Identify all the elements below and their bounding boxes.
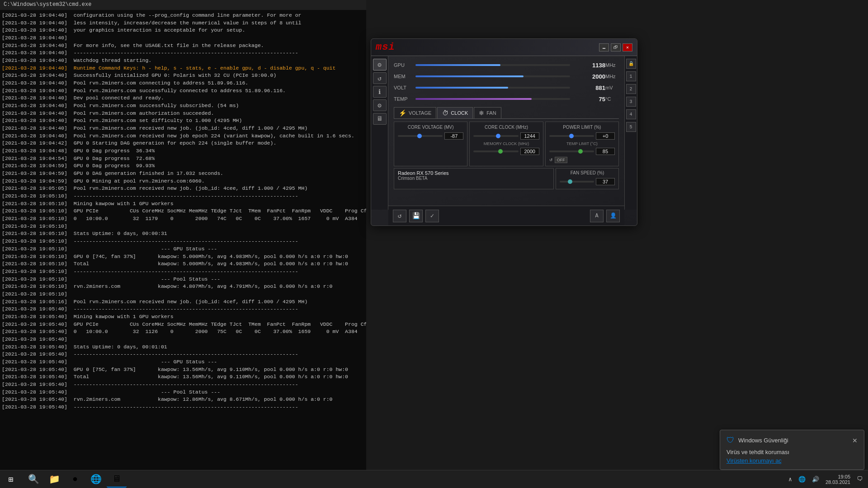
msi-controls-grid: CORE VOLTAGE (MV) CORE CLOCK (MHz) MEMOR… bbox=[394, 122, 619, 166]
taskbar-app-icon-cmd: 🖥 bbox=[112, 474, 121, 484]
msi-slider-track-volt[interactable] bbox=[415, 87, 570, 89]
msi-tab-icon-fan: ❄ bbox=[479, 109, 484, 117]
cmd-line: [2021-03-28 19:04:40] Pool rvn.2miners.c… bbox=[2, 80, 364, 87]
cmd-line: [2021-03-28 19:04:40] Successfully initi… bbox=[2, 72, 364, 80]
msi-slider-row-mem: MEM 2000 MHz bbox=[394, 72, 619, 81]
cmd-line: [2021-03-28 19:04:40] Runtime Command Ke… bbox=[2, 65, 364, 72]
msi-fan-speed-box: FAN SPEED (%) bbox=[556, 168, 619, 189]
msi-control-col-1: CORE CLOCK (MHz) MEMORY CLOCK (MHz) bbox=[469, 122, 543, 166]
msi-control-input-1[interactable] bbox=[520, 132, 539, 140]
tray-clock[interactable]: 19:05 28.03.2021 bbox=[824, 474, 852, 485]
msi-reset-button[interactable]: ↺ bbox=[393, 210, 406, 222]
cmd-line: [2021-03-28 19:05:10] 0 10:00.0 32 1179 … bbox=[2, 215, 364, 223]
msi-gpu-info: Radeon RX 570 Series Crimson BETA FAN SP… bbox=[394, 168, 619, 189]
msi-fan-speed-track[interactable] bbox=[560, 181, 594, 183]
msi-right-icon-6[interactable]: 5 bbox=[626, 122, 636, 132]
cmd-line: [2021-03-28 19:04:40] Pool rvn.2miners.c… bbox=[2, 125, 364, 132]
msi-sidebar-hardware-icon[interactable]: ⚙ bbox=[373, 59, 387, 70]
msi-tab-icon-clock: ⏱ bbox=[442, 109, 448, 117]
msi-control-second-track-1[interactable] bbox=[473, 150, 518, 152]
msi-slider-unit-mem: MHz bbox=[605, 74, 619, 79]
msi-control-input-2[interactable] bbox=[596, 132, 615, 140]
cmd-line: [2021-03-28 19:05:10] ------------------… bbox=[2, 268, 364, 276]
msi-control-second-track-2[interactable] bbox=[549, 150, 594, 152]
msi-control-second-row-2 bbox=[549, 148, 615, 155]
msi-tab-fan[interactable]: ❄ FAN bbox=[474, 107, 501, 118]
msi-sidebar-info-icon[interactable]: ℹ bbox=[373, 86, 387, 98]
cmd-line: [2021-03-28 19:04:40] ------------------… bbox=[2, 49, 364, 57]
taskbar-app-search[interactable]: 🔍 bbox=[24, 471, 43, 488]
cmd-line: [2021-03-28 19:05:40] ------------------… bbox=[2, 404, 364, 411]
msi-fan-speed-input[interactable] bbox=[596, 178, 615, 185]
cmd-line: [2021-03-28 19:04:40] Watchdog thread st… bbox=[2, 57, 364, 65]
msi-off-icon: ↺ bbox=[549, 158, 553, 162]
cmd-line: [2021-03-28 19:05:10] Stats Uptime: 0 da… bbox=[2, 230, 364, 238]
msi-slider-fill-volt bbox=[415, 87, 508, 89]
msi-control-title-0: CORE VOLTAGE (MV) bbox=[398, 125, 463, 130]
msi-slider-track-mem[interactable] bbox=[415, 75, 570, 77]
msi-control-input-0[interactable] bbox=[444, 132, 463, 140]
msi-minimize-button[interactable]: 🗕 bbox=[599, 43, 609, 52]
msi-profile-person-button[interactable]: 👤 bbox=[606, 210, 620, 222]
msi-sidebar-monitor-icon[interactable]: 🖥 bbox=[373, 113, 387, 125]
cmd-line: [2021-03-28 19:04:40] Pool rvn.2miners.c… bbox=[2, 132, 364, 140]
msi-fan-speed-row bbox=[560, 178, 615, 185]
tray-network-icon[interactable]: 🌐 bbox=[797, 475, 807, 484]
msi-main-panel: GPU 1138 MHz MEM 2000 MHz VOLT 881 mV TE… bbox=[388, 56, 624, 225]
msi-slider-row-gpu: GPU 1138 MHz bbox=[394, 61, 619, 70]
cmd-line: [2021-03-28 19:04:40] your graphics inte… bbox=[2, 27, 364, 34]
msi-control-track-2[interactable] bbox=[549, 135, 594, 137]
tray-notification-icon[interactable]: 🗨 bbox=[855, 475, 864, 483]
msi-tab-voltage[interactable]: ⚡ VOLTAGE bbox=[394, 107, 436, 118]
tray-chevron-icon[interactable]: ∧ bbox=[787, 475, 794, 484]
msi-control-sublabel-1: MEMORY CLOCK (MHz) bbox=[473, 141, 539, 146]
msi-control-main-row-0 bbox=[398, 132, 463, 140]
msi-control-second-thumb-2 bbox=[578, 149, 583, 154]
msi-slider-fill-gpu bbox=[415, 64, 500, 66]
msi-sliders-section: GPU 1138 MHz MEM 2000 MHz VOLT 881 mV TE… bbox=[394, 61, 619, 103]
msi-sidebar-return-icon[interactable]: ↺ bbox=[373, 72, 387, 84]
msi-right-icon-3[interactable]: 2 bbox=[626, 84, 636, 94]
msi-tab-icon-voltage: ⚡ bbox=[399, 109, 406, 117]
msi-slider-track-temp[interactable] bbox=[415, 98, 570, 100]
msi-sidebar-settings-icon[interactable]: ⚙ bbox=[373, 99, 387, 111]
taskbar-app-chrome[interactable]: ● bbox=[65, 471, 85, 488]
msi-tab-label-clock: CLOCK bbox=[451, 110, 468, 116]
msi-slider-unit-volt: mV bbox=[605, 85, 619, 90]
msi-close-button[interactable]: ✕ bbox=[623, 43, 632, 52]
msi-apply-button[interactable]: ✓ bbox=[425, 210, 439, 222]
cmd-line: [2021-03-28 19:04:59] GPU 0 Dag progress… bbox=[2, 162, 364, 170]
tray-volume-icon[interactable]: 🔊 bbox=[810, 475, 821, 484]
cmd-line: [2021-03-28 19:04:40] less intensity, in… bbox=[2, 19, 364, 27]
msi-tab-clock[interactable]: ⏱ CLOCK bbox=[437, 107, 473, 118]
taskbar-app-files[interactable]: 📁 bbox=[44, 471, 64, 488]
tray-date-display: 28.03.2021 bbox=[826, 479, 850, 485]
msi-control-second-input-1[interactable] bbox=[520, 148, 539, 155]
cmd-line: [2021-03-28 19:05:10] GPU PCIe CUs CoreM… bbox=[2, 207, 364, 215]
start-button[interactable]: ⊞ bbox=[0, 470, 22, 488]
msi-right-icon-4[interactable]: 3 bbox=[626, 97, 636, 107]
msi-right-icon-1[interactable]: 🔒 bbox=[626, 59, 636, 69]
cmd-line: [2021-03-28 19:04:40] bbox=[2, 34, 364, 42]
msi-control-track-0[interactable] bbox=[398, 135, 443, 137]
msi-save-button[interactable]: 💾 bbox=[409, 210, 423, 222]
msi-restore-button[interactable]: 🗗 bbox=[611, 43, 621, 52]
cmd-line: [2021-03-28 19:04:40] Pool rvn.2miners.c… bbox=[2, 102, 364, 110]
taskbar-app-icon-chrome: ● bbox=[72, 474, 78, 484]
msi-right-icon-2[interactable]: 1 bbox=[626, 71, 636, 81]
msi-control-main-row-1 bbox=[473, 132, 539, 140]
msi-slider-label-gpu: GPU bbox=[394, 62, 412, 68]
msi-slider-track-gpu[interactable] bbox=[415, 64, 570, 66]
taskbar-app-cmd[interactable]: 🖥 bbox=[107, 471, 127, 488]
notification-action-link[interactable]: Virüsten korumayı aç bbox=[726, 457, 858, 464]
msi-control-second-input-2[interactable] bbox=[596, 148, 615, 155]
taskbar-app-internet[interactable]: 🌐 bbox=[86, 471, 106, 488]
msi-profile-a-button[interactable]: A bbox=[590, 210, 604, 222]
msi-off-button[interactable]: OFF bbox=[555, 157, 567, 163]
msi-profile-buttons: A 👤 bbox=[590, 210, 620, 222]
msi-control-track-1[interactable] bbox=[473, 135, 518, 137]
msi-right-icon-5[interactable]: 4 bbox=[626, 109, 636, 119]
notification-close-button[interactable]: ✕ bbox=[852, 437, 858, 444]
cmd-titlebar: C:\Windows\system32\cmd.exe bbox=[0, 0, 366, 10]
msi-slider-value-volt: 881 bbox=[574, 84, 605, 91]
